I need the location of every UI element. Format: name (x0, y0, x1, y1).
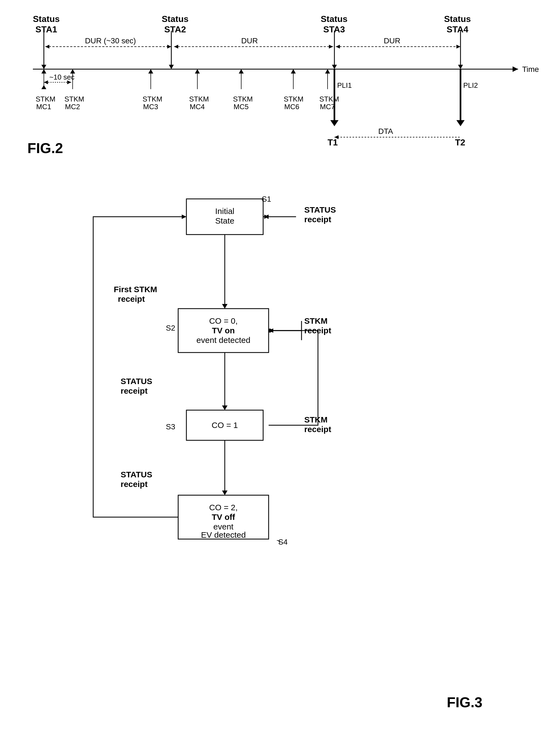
svg-text:STATUS: STATUS (121, 470, 152, 479)
svg-marker-75 (222, 304, 228, 309)
svg-marker-38 (239, 69, 244, 74)
svg-marker-20 (332, 65, 337, 69)
svg-text:S1: S1 (262, 195, 271, 203)
svg-text:receipt: receipt (304, 425, 331, 434)
svg-text:STKM: STKM (189, 95, 209, 103)
svg-marker-1 (45, 45, 49, 48)
svg-text:Time: Time (522, 65, 539, 74)
svg-marker-18 (169, 65, 174, 69)
fig3-svg: Initial State S1 First STKM receipt CO =… (16, 178, 537, 727)
svg-text:Initial: Initial (215, 207, 234, 216)
svg-marker-36 (195, 69, 200, 74)
svg-text:STKM: STKM (143, 95, 162, 103)
svg-marker-13 (513, 66, 518, 72)
svg-text:STKM: STKM (65, 95, 84, 103)
svg-text:event detected: event detected (197, 336, 250, 344)
svg-text:S3: S3 (166, 422, 175, 431)
svg-text:TV on: TV on (212, 326, 235, 335)
svg-text:EV detected: EV detected (201, 530, 246, 540)
svg-text:receipt: receipt (121, 386, 148, 395)
svg-marker-24 (44, 80, 48, 84)
svg-text:STKM: STKM (36, 95, 55, 103)
svg-text:receipt: receipt (118, 294, 145, 303)
svg-text:STKM: STKM (304, 415, 327, 424)
svg-marker-22 (458, 65, 463, 69)
svg-text:CO = 1: CO = 1 (212, 420, 238, 430)
svg-text:MC6: MC6 (284, 103, 299, 111)
svg-text:PLI1: PLI1 (337, 81, 352, 89)
svg-text:T1: T1 (327, 138, 338, 147)
svg-marker-2 (167, 45, 171, 48)
svg-text:MC1: MC1 (36, 103, 51, 111)
page: StatusSTA1 StatusSTA2 StatusSTA3 StatusS… (0, 0, 560, 744)
svg-text:receipt: receipt (304, 215, 331, 224)
svg-text:State: State (215, 216, 234, 225)
svg-text:First STKM: First STKM (114, 285, 157, 294)
svg-marker-47 (456, 120, 465, 126)
svg-text:receipt: receipt (121, 480, 148, 489)
svg-text:TV off: TV off (212, 513, 235, 522)
svg-text:CO = 0,: CO = 0, (209, 316, 238, 325)
svg-marker-30 (41, 69, 46, 74)
svg-text:PLI2: PLI2 (463, 81, 478, 89)
svg-marker-91 (222, 490, 228, 495)
svg-text:MC4: MC4 (190, 103, 205, 111)
svg-text:MC3: MC3 (143, 103, 158, 111)
svg-text:STATUS: STATUS (304, 205, 336, 214)
svg-text:DUR (~30 sec): DUR (~30 sec) (85, 36, 136, 45)
svg-text:DUR: DUR (384, 36, 400, 45)
svg-text:STKM: STKM (233, 95, 253, 103)
svg-text:STKM: STKM (284, 95, 304, 103)
svg-marker-6 (329, 45, 333, 48)
svg-text:DTA: DTA (378, 127, 393, 136)
svg-text:event: event (213, 522, 234, 531)
fig3-diagram: Initial State S1 First STKM receipt CO =… (16, 178, 537, 727)
fig3-label: FIG.3 (447, 694, 482, 710)
svg-marker-16 (41, 65, 46, 69)
svg-text:T2: T2 (455, 138, 465, 147)
fig2-svg: DUR (~30 sec) DUR DUR Time (16, 8, 537, 162)
svg-text:DUR: DUR (241, 36, 258, 45)
svg-text:CO = 2,: CO = 2, (209, 503, 238, 512)
svg-marker-9 (336, 45, 340, 48)
svg-marker-42 (325, 69, 330, 74)
svg-marker-10 (456, 45, 461, 48)
svg-marker-84 (222, 406, 228, 410)
svg-marker-40 (291, 69, 296, 74)
svg-marker-44 (330, 120, 338, 126)
svg-text:STKM: STKM (304, 316, 327, 325)
fig2-diagram: StatusSTA1 StatusSTA2 StatusSTA3 StatusS… (16, 8, 537, 159)
svg-text:STATUS: STATUS (121, 377, 152, 386)
svg-text:STKM: STKM (319, 95, 339, 103)
svg-marker-5 (174, 45, 178, 48)
svg-text:S2: S2 (166, 324, 175, 332)
svg-marker-32 (70, 69, 75, 74)
svg-marker-34 (148, 69, 153, 74)
svg-text:~10 sec: ~10 sec (49, 73, 75, 81)
svg-marker-111 (182, 215, 187, 219)
svg-text:MC7: MC7 (320, 103, 335, 111)
svg-text:MC5: MC5 (234, 103, 249, 111)
svg-text:MC2: MC2 (65, 103, 80, 111)
fig2-label: FIG.2 (28, 140, 63, 156)
